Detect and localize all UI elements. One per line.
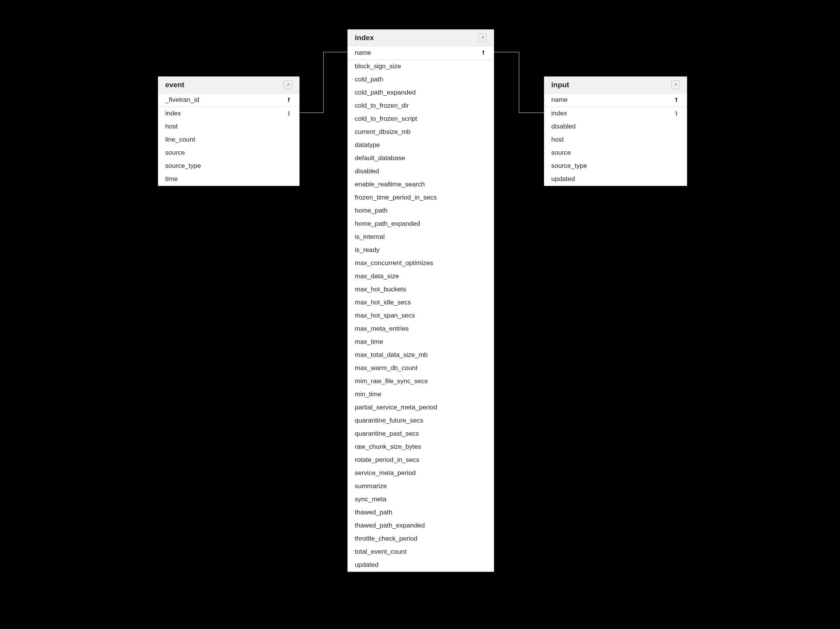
field-row: source_type [544, 159, 687, 172]
field-row: source_type [158, 159, 299, 172]
field-name: min_time [355, 391, 487, 398]
connector-line [494, 52, 544, 113]
field-name: is_ready [355, 246, 487, 254]
field-name: max_concurrent_optimizes [355, 259, 487, 267]
field-row: max_time [348, 335, 494, 348]
field-name: max_total_data_size_mb [355, 351, 487, 359]
field-row: max_total_data_size_mb [348, 348, 494, 362]
field-row: max_meta_entries [348, 322, 494, 335]
field-row: source [544, 146, 687, 159]
field-name: disabled [551, 123, 680, 130]
field-name: cold_path [355, 76, 487, 83]
svg-point-1 [676, 112, 677, 113]
field-row: cold_to_frozen_script [348, 112, 494, 125]
field-name: enable_realtime_search [355, 181, 487, 188]
field-name: raw_chunk_size_bytes [355, 443, 487, 451]
field-name: source_type [165, 162, 292, 170]
field-row: summarize [348, 480, 494, 493]
field-row: default_database [348, 152, 494, 165]
field-name: source [551, 149, 680, 157]
field-row: frozen_time_period_in_secs [348, 191, 494, 204]
field-name: home_path [355, 207, 487, 215]
expand-icon[interactable] [478, 34, 487, 42]
field-row: max_data_size [348, 270, 494, 283]
field-row: mim_raw_file_sync_secs [348, 375, 494, 388]
field-row: is_internal [348, 230, 494, 243]
entity-header-input: input [544, 77, 687, 93]
entity-header-event: event [158, 77, 299, 93]
field-row: _fivetran_id [158, 93, 299, 107]
entity-input: inputnameindexdisabledhostsourcesource_t… [544, 76, 687, 186]
field-row: sync_meta [348, 493, 494, 506]
field-name: current_dbsize_mb [355, 128, 487, 136]
field-name: updated [355, 561, 487, 569]
field-name: sync_meta [355, 495, 487, 503]
field-row: quarantine_future_secs [348, 414, 494, 427]
field-name: max_hot_idle_secs [355, 299, 487, 306]
field-name: updated [551, 175, 680, 183]
field-name: mim_raw_file_sync_secs [355, 377, 487, 385]
field-row: total_event_count [348, 545, 494, 558]
field-row: service_meta_period [348, 467, 494, 480]
field-row: enable_realtime_search [348, 178, 494, 191]
field-row: disabled [544, 120, 687, 133]
field-name: thawed_path_expanded [355, 522, 487, 529]
field-row: updated [544, 172, 687, 186]
field-row: host [158, 120, 299, 133]
field-row: cold_path_expanded [348, 86, 494, 99]
field-name: rotate_period_in_secs [355, 456, 487, 464]
field-name: frozen_time_period_in_secs [355, 194, 487, 201]
field-row: updated [348, 558, 494, 572]
field-row: rotate_period_in_secs [348, 453, 494, 467]
field-name: total_event_count [355, 548, 487, 556]
entity-index: indexnameblock_sign_sizecold_pathcold_pa… [347, 29, 494, 572]
entity-event: event_fivetran_idindexhostline_countsour… [158, 76, 300, 186]
field-name: datatype [355, 141, 487, 149]
field-name: name [355, 49, 480, 57]
field-name: max_warm_db_count [355, 364, 487, 372]
field-name: max_hot_buckets [355, 286, 487, 293]
entity-title: index [355, 34, 374, 42]
field-row: line_count [158, 133, 299, 146]
field-row: quarantine_past_secs [348, 427, 494, 440]
primary-key-icon [285, 96, 292, 103]
field-row: block_sign_size [348, 60, 494, 73]
field-row: name [544, 93, 687, 107]
field-name: max_data_size [355, 272, 487, 280]
field-name: service_meta_period [355, 469, 487, 477]
field-name: thawed_path [355, 509, 487, 516]
field-name: line_count [165, 136, 292, 144]
field-name: index [165, 110, 285, 117]
field-name: throttle_check_period [355, 535, 487, 543]
field-row: min_time [348, 388, 494, 401]
field-name: partial_service_meta_period [355, 404, 487, 411]
field-name: is_internal [355, 233, 487, 241]
field-name: _fivetran_id [165, 96, 285, 104]
expand-icon[interactable] [671, 81, 680, 89]
field-row: home_path [348, 204, 494, 217]
foreign-key-icon [285, 110, 292, 117]
field-row: name [348, 46, 494, 60]
field-name: summarize [355, 482, 487, 490]
field-row: throttle_check_period [348, 532, 494, 545]
primary-key-icon [480, 49, 487, 56]
field-row: disabled [348, 165, 494, 178]
field-name: name [551, 96, 673, 104]
field-row: source [158, 146, 299, 159]
field-name: disabled [355, 167, 487, 175]
expand-icon[interactable] [284, 81, 292, 89]
entity-title: event [165, 81, 185, 89]
foreign-key-icon [673, 110, 680, 117]
field-row: is_ready [348, 243, 494, 257]
field-name: cold_to_frozen_dir [355, 102, 487, 110]
field-name: index [551, 110, 673, 117]
field-name: default_database [355, 154, 487, 162]
entity-title: input [551, 81, 569, 89]
field-row: max_hot_idle_secs [348, 296, 494, 309]
field-row: index [158, 107, 299, 120]
connector-line [300, 52, 347, 113]
field-name: source [165, 149, 292, 157]
field-name: time [165, 175, 292, 183]
field-row: max_concurrent_optimizes [348, 257, 494, 270]
field-name: block_sign_size [355, 63, 487, 70]
